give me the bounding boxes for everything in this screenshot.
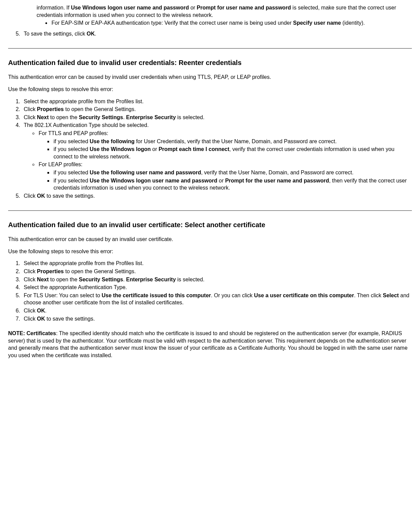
step-2: Click Properties to open the General Set… — [22, 268, 412, 275]
step-5: Click OK to save the settings. — [22, 192, 412, 200]
bold-text: Prompt for the user name and password — [225, 178, 329, 183]
text: , verify that the User Name, Domain, and… — [201, 170, 354, 175]
text: to open the General Settings. — [64, 106, 136, 112]
bold-text: Next — [37, 277, 49, 282]
text: Click — [24, 316, 37, 322]
step-5: For TLS User: You can select to Use the … — [22, 292, 412, 306]
step-6: Click OK. — [22, 307, 412, 315]
text: Click — [24, 114, 37, 120]
text: if you selected — [54, 178, 90, 183]
text: For EAP-SIM or EAP-AKA authentication ty… — [51, 20, 293, 26]
text: For TLS User: You can select to — [24, 292, 102, 298]
bold-text: Security Settings — [79, 277, 123, 282]
bold-text: Use the following — [90, 138, 134, 144]
bold-text: Next — [37, 114, 49, 120]
text: The 802.1X Authentication Type should be… — [24, 122, 149, 128]
leap-sub-1: if you selected Use the following user n… — [53, 169, 412, 176]
bold-text: Use the following user name and password — [90, 170, 201, 175]
text: or — [189, 5, 197, 10]
text: Click — [24, 106, 37, 112]
section-heading-invalid-certificate: Authentication failed due to an invalid … — [8, 220, 412, 230]
bold-text: Use the Windows logon user name and pass… — [90, 178, 217, 183]
leap-sub-2: if you selected Use the Windows logon us… — [53, 177, 412, 192]
top-fragment: information. If Use Windows logon user n… — [37, 4, 412, 27]
text: For LEAP profiles: — [39, 161, 83, 167]
text: if you selected — [54, 170, 90, 175]
bold-text: Enterprise Security — [126, 114, 176, 120]
bold-text: Enterprise Security — [126, 277, 176, 282]
text: to open the — [49, 114, 79, 120]
leap-profiles: For LEAP profiles: if you selected Use t… — [38, 161, 412, 191]
bold-text: Properties — [37, 268, 64, 274]
text: is selected. — [176, 277, 204, 282]
prev-bullet-continuation: information. If Use Windows logon user n… — [37, 4, 412, 19]
text: . — [45, 308, 46, 313]
bold-text: Use Windows logon user name and password — [71, 5, 189, 10]
top-step-5: To save the settings, click OK. — [22, 30, 412, 38]
step-2: Click Properties to open the General Set… — [22, 106, 412, 113]
bold-text: OK — [37, 308, 45, 313]
text: or — [217, 178, 225, 183]
bold-text: Use a user certificate on this computer — [254, 292, 354, 298]
text: To save the settings, click — [24, 31, 87, 37]
bold-text: Prompt each time I connect — [159, 146, 229, 152]
section-intro: This authentication error can be caused … — [8, 236, 412, 243]
text: is selected. — [176, 114, 204, 120]
text: information. If — [37, 5, 71, 10]
text: to save the settings. — [45, 316, 95, 322]
bold-text: Use the certificate issued to this compu… — [102, 292, 211, 298]
step-4: The 802.1X Authentication Type should be… — [22, 122, 412, 191]
step-1: Select the appropriate profile from the … — [22, 98, 412, 105]
bold-text: Security Settings — [79, 114, 123, 120]
text: if you selected — [54, 138, 90, 144]
text: . Or you can click — [211, 292, 254, 298]
text: . — [95, 31, 96, 37]
text: for User Credentials, verify that the Us… — [134, 138, 337, 144]
ttls-peap-sub-2: if you selected Use the Windows logon or… — [53, 146, 412, 160]
bold-text: OK — [37, 193, 45, 199]
bold-text: Select — [383, 292, 399, 298]
bold-text: Specify user name — [293, 20, 341, 26]
text: to open the General Settings. — [64, 268, 136, 274]
ttls-peap-sub-1: if you selected Use the following for Us… — [53, 138, 412, 145]
bold-text: OK — [37, 316, 45, 322]
text: Click — [24, 277, 37, 282]
eap-sim-aka-bullet: For EAP-SIM or EAP-AKA authentication ty… — [51, 19, 412, 27]
ttls-peap-profiles: For TTLS and PEAP profiles: if you selec… — [38, 130, 412, 160]
section-heading-invalid-credentials: Authentication failed due to invalid use… — [8, 58, 412, 67]
text: Click — [24, 193, 37, 199]
text: (identity). — [341, 20, 365, 26]
step-1: Select the appropriate profile from the … — [22, 260, 412, 267]
step-3: Click Next to open the Security Settings… — [22, 114, 412, 121]
step-7: Click OK to save the settings. — [22, 315, 412, 323]
certificates-note: NOTE: Certificates: The specified identi… — [8, 330, 412, 359]
divider — [8, 210, 412, 211]
text: or — [151, 146, 159, 152]
text: to save the settings. — [45, 193, 95, 199]
step-4: Select the appropriate Authentication Ty… — [22, 284, 412, 291]
step-3: Click Next to open the Security Settings… — [22, 276, 412, 283]
note-label: NOTE: Certificates — [8, 330, 56, 336]
note-body: : The specified identity should match wh… — [8, 330, 407, 358]
section-intro: This authentication error can be caused … — [8, 73, 412, 81]
bold-text: Prompt for user name and password — [197, 5, 291, 10]
text: Click — [24, 268, 37, 274]
text: . Then click — [354, 292, 383, 298]
bold-text: OK — [87, 31, 95, 37]
text: For TTLS and PEAP profiles: — [39, 130, 108, 136]
text: if you selected — [54, 146, 90, 152]
text: Click — [24, 308, 37, 313]
bold-text: Use the Windows logon — [90, 146, 151, 152]
text: to open the — [49, 277, 79, 282]
section-lead: Use the following steps to resolve this … — [8, 248, 412, 255]
bold-text: Properties — [37, 106, 64, 112]
divider — [8, 48, 412, 49]
section-lead: Use the following steps to resolve this … — [8, 86, 412, 93]
